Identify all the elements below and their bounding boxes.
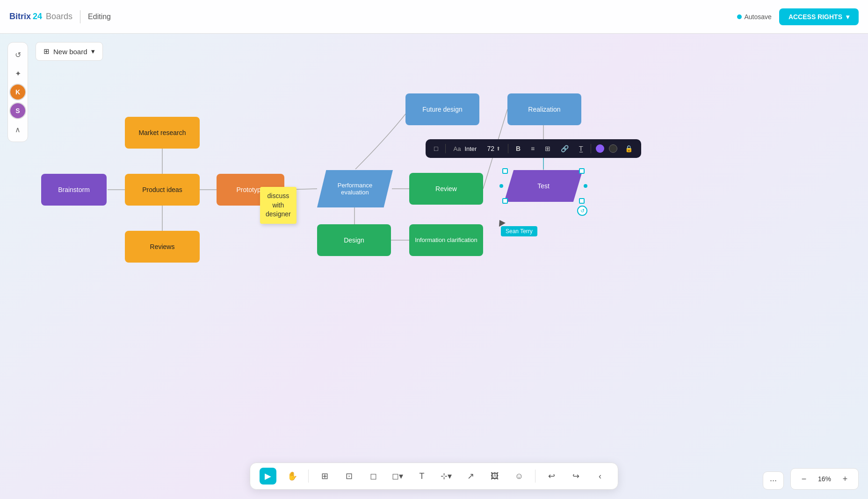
avatar-1: K	[10, 85, 25, 100]
ft-bold[interactable]: B	[513, 143, 523, 154]
sidebar-avatar-1[interactable]: K	[9, 84, 26, 100]
autosave-dot	[737, 14, 742, 19]
selection-handle-tl[interactable]	[502, 168, 508, 174]
tool-undo[interactable]: ↩	[543, 468, 560, 485]
ft-font-name[interactable]: Inter	[464, 145, 477, 152]
ft-shape-toggle[interactable]: □	[431, 143, 441, 154]
access-rights-label: ACCESS RIGHTS	[788, 13, 842, 21]
sidebar-avatar-2[interactable]: S	[9, 102, 26, 119]
logo-boards: Boards	[46, 12, 72, 21]
more-options-button[interactable]: ···	[763, 471, 784, 490]
tool-redo[interactable]: ↪	[567, 468, 584, 485]
logo: Bitrix 24 Boards	[9, 12, 72, 21]
ft-lock[interactable]: 🔒	[622, 143, 636, 154]
node-design[interactable]: Design	[317, 224, 391, 256]
logo-24: 24	[33, 12, 42, 21]
ft-div-3	[591, 144, 591, 153]
selection-handle-br[interactable]	[579, 198, 585, 204]
selection-top-line	[543, 156, 544, 169]
sidebar-cursor-tool[interactable]: ✦	[9, 65, 26, 82]
tool-shape[interactable]: ◻	[365, 468, 382, 485]
tool-rect-extra[interactable]: ◻▾	[389, 468, 406, 485]
node-brainstorm[interactable]: Brainstorm	[41, 174, 107, 206]
node-realization[interactable]: Realization	[507, 93, 581, 125]
selection-handle-bl[interactable]	[502, 198, 508, 204]
node-test[interactable]: Test ↺	[504, 170, 583, 202]
bottom-toolbar: ▶ ✋ ⊞ ⊡ ◻ ◻▾ T ⊹▾ ↗ 🖼 ☺ ↩ ↪ ‹	[250, 463, 618, 490]
tool-back[interactable]: ‹	[592, 468, 608, 485]
tool-hand[interactable]: ✋	[284, 468, 301, 485]
access-rights-button[interactable]: ACCESS RIGHTS ▾	[779, 8, 859, 25]
ft-fill-color[interactable]	[596, 144, 604, 153]
tool-emoji[interactable]: ☺	[511, 468, 528, 485]
ft-div-1	[445, 144, 446, 153]
node-performance-eval[interactable]: Performance evaluation	[317, 170, 393, 207]
zoom-level: 16%	[815, 475, 834, 483]
tool-image[interactable]: 🖼	[486, 468, 503, 485]
format-toolbar: □ Aa Inter 72 ⬆ B ≡ ⊞ 🔗 T̲ 🔒	[426, 139, 641, 158]
ft-stroke-color[interactable]	[609, 144, 617, 153]
ft-size-value: 72	[487, 145, 494, 152]
ft-link[interactable]: 🔗	[558, 143, 571, 154]
header: Bitrix 24 Boards Editing Autosave ACCESS…	[0, 0, 868, 34]
ft-text-color[interactable]: T̲	[576, 143, 586, 154]
logo-bitrix: Bitrix	[9, 12, 31, 21]
new-board-icon: ⊞	[43, 47, 50, 56]
node-reviews[interactable]: Reviews	[125, 231, 200, 263]
ft-aa: Aa	[453, 145, 461, 152]
sidebar-collapse[interactable]: ∧	[9, 121, 26, 138]
ft-table[interactable]: ⊞	[542, 143, 553, 154]
rotate-handle[interactable]: ↺	[577, 206, 587, 216]
node-market-research[interactable]: Market research	[125, 117, 200, 149]
sidebar: ↺ ✦ K S ∧	[7, 42, 28, 142]
node-product-ideas[interactable]: Product ideas	[125, 174, 200, 206]
ft-div-2	[508, 144, 508, 153]
bt-div-2	[535, 470, 535, 483]
sticky-note[interactable]: discusswithdesigner	[260, 187, 297, 224]
zoom-out-button[interactable]: −	[797, 472, 810, 485]
tool-cursor[interactable]: ▶	[260, 468, 276, 485]
selection-dot-r	[584, 184, 587, 188]
tool-table[interactable]: ⊞	[316, 468, 333, 485]
autosave-indicator: Autosave	[737, 13, 772, 21]
cursor-area: Sean Terry	[497, 220, 505, 225]
header-divider	[80, 10, 80, 23]
tool-text[interactable]: T	[413, 468, 430, 485]
selection-dot-l	[499, 184, 503, 188]
access-rights-chevron: ▾	[846, 13, 849, 21]
zoom-in-button[interactable]: +	[839, 472, 852, 485]
tool-arrow[interactable]: ↗	[462, 468, 479, 485]
ft-size-arrows[interactable]: ⬆	[496, 146, 500, 152]
node-info-clarification[interactable]: Information clarification	[409, 224, 483, 256]
selection-handle-tr[interactable]	[579, 168, 585, 174]
zoom-controls: − 16% +	[790, 468, 859, 490]
ft-font-label: Aa Inter	[450, 143, 479, 154]
ft-font-size[interactable]: 72 ⬆	[484, 143, 503, 154]
autosave-label: Autosave	[745, 13, 772, 21]
node-future-design[interactable]: Future design	[405, 93, 479, 125]
tool-layers[interactable]: ⊹▾	[438, 468, 455, 485]
node-review[interactable]: Review	[409, 173, 483, 205]
new-board-chevron: ▾	[91, 47, 95, 56]
sidebar-history[interactable]: ↺	[9, 46, 26, 63]
bt-div-1	[308, 470, 309, 483]
new-board-button[interactable]: ⊞ New board ▾	[36, 42, 103, 61]
cursor-arrow-icon	[496, 218, 506, 227]
editing-label: Editing	[88, 13, 111, 21]
new-board-label: New board	[53, 48, 87, 56]
tool-frame[interactable]: ⊡	[340, 468, 357, 485]
avatar-2: S	[10, 103, 25, 118]
ft-align[interactable]: ≡	[528, 143, 537, 154]
canvas[interactable]: Market research Product ideas Reviews Br…	[0, 34, 868, 499]
header-right: Autosave ACCESS RIGHTS ▾	[737, 8, 859, 25]
cursor-label: Sean Terry	[501, 226, 537, 236]
